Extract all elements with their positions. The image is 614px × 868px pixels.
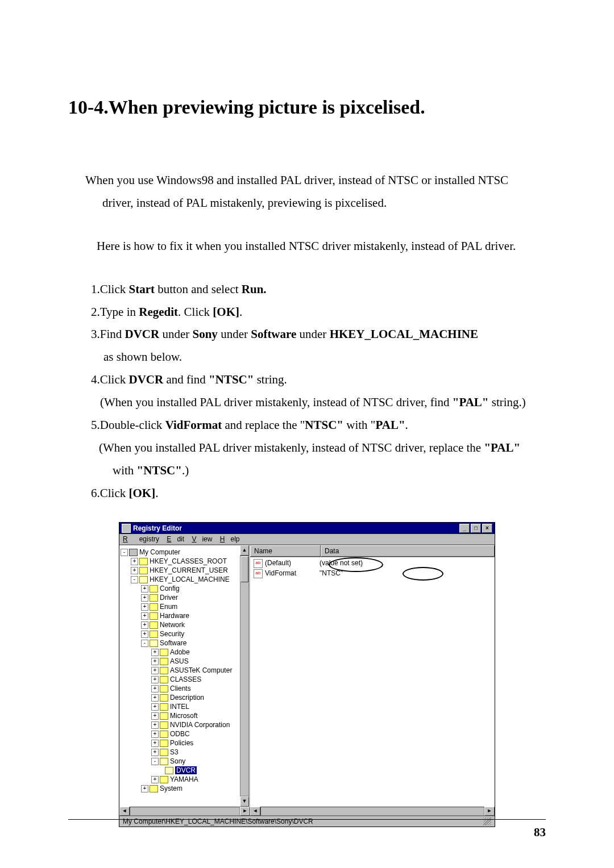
titlebar[interactable]: Registry Editor _ □ × [119, 523, 495, 534]
tree-selected[interactable]: DVCR [175, 766, 197, 774]
minimize-button[interactable]: _ [459, 524, 470, 533]
step-3-cont: as shown below. [103, 346, 546, 369]
step-4: 4.Click DVCR and find "NTSC" string. [91, 369, 546, 391]
menu-view[interactable]: View [192, 535, 212, 543]
step-2: 2.Type in Regedit. Click [OK]. [91, 301, 546, 324]
step-6: 6.Click [OK]. [91, 482, 546, 505]
step-4-note: (When you installed PAL driver mistakenl… [100, 391, 546, 414]
paragraph-line: driver, instead of PAL mistakenly, previ… [102, 192, 546, 215]
window-title: Registry Editor [133, 524, 182, 532]
annotation-circle [403, 567, 443, 581]
menu-edit[interactable]: Edit [167, 535, 184, 543]
values-header: Name Data [250, 545, 495, 557]
string-icon: ab [254, 569, 263, 578]
folder-open-icon [165, 767, 173, 774]
tree-hscrollbar[interactable]: ◄► ◄► [119, 807, 495, 816]
section-heading: 10-4.When previewing picture is pixcelis… [68, 97, 546, 118]
col-data[interactable]: Data [321, 545, 495, 557]
annotation-circle [329, 557, 383, 572]
menubar: Registry Edit View Help [119, 534, 495, 545]
values-pane[interactable]: Name Data ab (Default) (value not set) a… [250, 545, 495, 807]
string-icon: ab [254, 559, 263, 568]
step-5-note-l1: (When you installed PAL driver mistakenl… [99, 437, 546, 460]
tree-vscrollbar[interactable]: ▲ ▼ [240, 545, 249, 807]
scroll-down-icon[interactable]: ▼ [240, 796, 249, 807]
maximize-button[interactable]: □ [471, 524, 481, 533]
paragraph: Here is how to fix it when you installed… [97, 235, 546, 258]
page-number: 83 [534, 825, 546, 840]
step-5-note-l2: with "NTSC".) [113, 460, 546, 482]
resize-grip-icon[interactable] [483, 817, 491, 825]
folder-icon [139, 558, 148, 565]
step-1: 1.Click Start button and select Run. [91, 278, 546, 301]
step-3: 3.Find DVCR under Sony under Software un… [91, 323, 546, 346]
scroll-up-icon[interactable]: ▲ [240, 545, 249, 556]
footer-rule [68, 819, 546, 820]
step-5: 5.Double-click VidFormat and replace the… [91, 414, 546, 437]
col-name[interactable]: Name [250, 545, 321, 557]
tree-pane[interactable]: -My Computer +HKEY_CLASSES_ROOT +HKEY_CU… [119, 545, 250, 807]
statusbar: My Computer\HKEY_LOCAL_MACHINE\Software\… [119, 816, 495, 827]
close-button[interactable]: × [482, 524, 492, 533]
computer-icon [129, 549, 138, 556]
menu-help[interactable]: Help [220, 535, 240, 543]
menu-registry[interactable]: Registry [123, 535, 159, 543]
registry-editor-window: Registry Editor _ □ × Registry Edit View… [119, 522, 495, 827]
paragraph-line: When you use Windows98 and installed PAL… [85, 169, 546, 192]
app-icon [122, 524, 131, 533]
